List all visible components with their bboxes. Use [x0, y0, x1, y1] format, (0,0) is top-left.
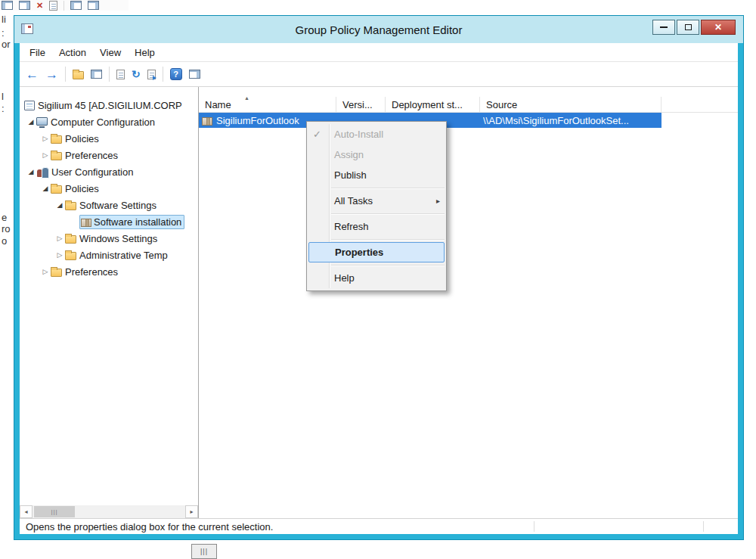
list-header: Name ▲ Versi... Deployment st... Source [199, 97, 738, 113]
tree-item-policies-computer[interactable]: ▷ Policies [20, 130, 198, 147]
background-scrollbar-fragment: ||| [191, 544, 217, 559]
forward-button[interactable]: → [45, 68, 58, 81]
column-label: Name [205, 99, 231, 110]
context-item-assign[interactable]: Assign [307, 144, 446, 165]
tree-item-computer-configuration[interactable]: ◢ Computer Configuration [20, 113, 198, 130]
tree-item-label: Administrative Temp [79, 250, 168, 261]
document-icon [49, 1, 57, 11]
scroll-right-button[interactable]: ▸ [185, 505, 198, 518]
background-text-fragment: li [2, 14, 6, 25]
expander-icon[interactable]: ◢ [26, 168, 36, 175]
tree-item-policies-user[interactable]: ◢ Policies [20, 180, 198, 197]
expander-icon[interactable]: ▷ [40, 151, 51, 159]
gpo-icon [24, 101, 35, 110]
background-text-fragment: or [2, 39, 11, 50]
show-console-tree-button[interactable] [91, 70, 102, 79]
tree-item-windows-settings[interactable]: ▷ Windows Settings [20, 230, 198, 247]
export-button[interactable] [147, 70, 156, 79]
tree-item-label: Software installation [94, 216, 181, 228]
toolbar-separator [65, 67, 66, 82]
column-header-filler [662, 97, 738, 112]
refresh-button[interactable]: ↻ [132, 69, 141, 79]
menu-view[interactable]: View [93, 47, 128, 58]
tree-item-user-configuration[interactable]: ◢ User Configuration [20, 163, 198, 180]
menu-item-label: Auto-Install [334, 129, 383, 140]
menu-help[interactable]: Help [128, 47, 162, 58]
maximize-icon [685, 24, 692, 30]
background-text-fragment: o [2, 235, 7, 247]
tree-item-sigilium-45-root[interactable]: Sigilium 45 [AD.SIGILIUM.CORP [20, 97, 198, 113]
folder-icon [51, 152, 62, 160]
window-icon [2, 1, 13, 10]
menu-item-label: Properties [335, 247, 383, 258]
context-item-all-tasks[interactable]: All Tasks ▸ [307, 191, 446, 211]
expander-icon[interactable]: ◢ [54, 201, 65, 209]
menu-separator [331, 188, 445, 188]
close-button[interactable]: ✕ [701, 20, 736, 35]
package-icon [202, 117, 212, 126]
minimize-button[interactable] [652, 20, 675, 35]
tree-item-administrative-templates[interactable]: ▷ Administrative Temp [20, 247, 198, 263]
tree-item-preferences-computer[interactable]: ▷ Preferences [20, 147, 198, 163]
delete-icon: ✕ [36, 1, 43, 10]
help-button[interactable]: ? [170, 68, 182, 80]
tree-item-label: Software Settings [79, 200, 156, 211]
background-text-fragment: : [2, 27, 5, 39]
menu-file[interactable]: File [23, 47, 52, 58]
checkmark-icon: ✓ [313, 129, 321, 140]
tree-item-software-settings[interactable]: ◢ Software Settings [20, 197, 198, 213]
sort-ascending-icon: ▲ [244, 95, 249, 101]
context-item-refresh[interactable]: Refresh [307, 216, 446, 237]
computer-icon [36, 117, 48, 126]
context-menu: ✓ Auto-Install Assign Publish All Tasks … [306, 121, 447, 291]
folder-icon [65, 202, 76, 210]
background-text-fragment: e [2, 212, 7, 223]
tree-item-preferences-user[interactable]: ▷ Preferences [20, 263, 198, 280]
window-icon [19, 1, 30, 10]
up-one-level-button[interactable] [73, 71, 84, 79]
show-action-pane-button[interactable] [189, 70, 200, 79]
column-header-deployment-state[interactable]: Deployment st... [386, 97, 480, 112]
maximize-button[interactable] [677, 20, 699, 35]
column-header-name[interactable]: Name ▲ [199, 97, 336, 112]
scroll-left-button[interactable]: ◂ [20, 505, 33, 518]
minimize-icon [660, 26, 668, 28]
menu-separator [331, 239, 445, 240]
context-item-auto-install[interactable]: ✓ Auto-Install [307, 124, 446, 144]
expander-icon[interactable]: ▷ [54, 234, 65, 242]
package-icon [81, 219, 91, 227]
folder-icon [51, 269, 62, 277]
menu-item-label: All Tasks [334, 195, 373, 207]
expander-icon[interactable]: ◢ [40, 185, 51, 192]
window-frame: File Action View Help ← → ↻ ? [14, 43, 743, 539]
users-icon [36, 167, 48, 177]
status-divider [534, 521, 534, 532]
title-bar[interactable]: Group Policy Management Editor ✕ [14, 16, 743, 43]
expander-icon[interactable]: ▷ [54, 251, 65, 259]
toolbar: ← → ↻ ? [20, 62, 738, 87]
cell-source: \\AD\Msi\SigiliumForOutlookSet... [483, 115, 658, 126]
background-text-fragment: l [2, 91, 4, 102]
folder-icon [65, 252, 76, 260]
tree-item-label: Preferences [65, 150, 118, 161]
expander-icon[interactable]: ◢ [26, 118, 36, 126]
back-button[interactable]: ← [26, 68, 39, 81]
folder-icon [51, 135, 62, 144]
context-item-properties[interactable]: Properties [308, 242, 445, 262]
context-item-help[interactable]: Help [307, 268, 446, 288]
menu-separator [331, 265, 445, 266]
expander-icon[interactable]: ▷ [40, 135, 51, 142]
context-item-publish[interactable]: Publish [307, 165, 446, 185]
tree-horizontal-scrollbar[interactable]: ◂ ||| ▸ [20, 505, 198, 518]
expander-icon[interactable]: ▷ [40, 268, 51, 275]
menu-action[interactable]: Action [52, 47, 93, 58]
window-title: Group Policy Management Editor [14, 23, 743, 36]
folder-icon [51, 185, 62, 194]
column-header-source[interactable]: Source [480, 97, 662, 112]
column-header-version[interactable]: Versi... [336, 97, 386, 112]
tree-item-software-installation[interactable]: Software installation [20, 213, 198, 230]
export-list-button[interactable] [116, 70, 125, 79]
scrollbar-thumb[interactable]: ||| [34, 506, 75, 517]
tree-item-label: Windows Settings [79, 233, 157, 244]
selected-tree-item[interactable]: Software installation [79, 215, 184, 229]
